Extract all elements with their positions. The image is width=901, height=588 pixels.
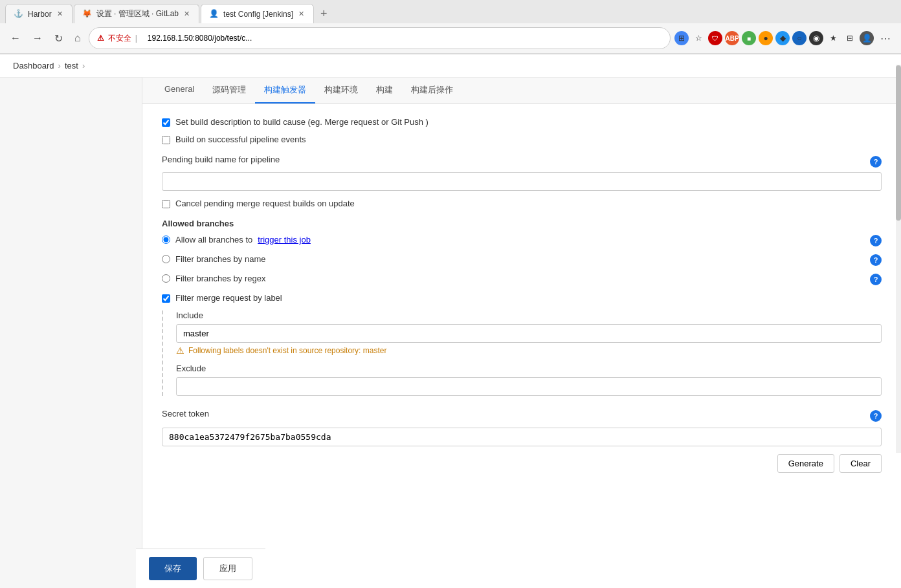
secret-token-header: Secret token ? bbox=[162, 409, 882, 422]
main-content: General 源码管理 构建触发器 构建环境 构建 构建后操作 Set bui… bbox=[0, 78, 901, 588]
favorites-icon[interactable]: ★ bbox=[826, 31, 840, 45]
pending-build-header: Pending build name for pipeline ? bbox=[162, 155, 882, 168]
action-bar: 保存 应用 bbox=[136, 549, 265, 588]
warning-message-text: Following labels doesn't exist in source… bbox=[188, 346, 386, 355]
shield-icon[interactable]: 🛡 bbox=[708, 31, 722, 45]
breadcrumb-sep1: › bbox=[58, 61, 61, 71]
warning-message-row: ⚠ Following labels doesn't exist in sour… bbox=[176, 345, 882, 356]
filter-label-checkbox-label[interactable]: Filter merge request by label bbox=[162, 293, 282, 303]
include-field: Include ⚠ Following labels doesn't exist… bbox=[176, 310, 882, 356]
tab-env[interactable]: 构建环境 bbox=[315, 78, 367, 103]
security-warning-icon: ⚠ bbox=[97, 34, 104, 43]
ext4-icon[interactable]: ○ bbox=[792, 31, 806, 45]
menu-button[interactable]: ⋯ bbox=[876, 30, 895, 47]
warning-icon: ⚠ bbox=[176, 345, 184, 356]
build-pipeline-row: Build on successful pipeline events bbox=[162, 135, 882, 144]
grid-icon[interactable]: ⊟ bbox=[843, 31, 857, 45]
forward-button[interactable]: → bbox=[28, 30, 47, 47]
radio-filter-regex[interactable] bbox=[162, 274, 170, 283]
filter-name-help-icon[interactable]: ? bbox=[870, 254, 882, 266]
secret-token-section: Secret token ? bbox=[162, 409, 882, 446]
abp-icon[interactable]: ABP bbox=[725, 31, 739, 45]
cancel-pending-label[interactable]: Cancel pending merge request builds on u… bbox=[162, 199, 355, 208]
pending-build-help-icon[interactable]: ? bbox=[870, 156, 882, 168]
include-input[interactable] bbox=[176, 324, 882, 343]
radio-filter-regex-label[interactable]: Filter branches by regex bbox=[162, 274, 863, 283]
secret-token-input[interactable] bbox=[162, 428, 882, 446]
all-branches-help-icon[interactable]: ? bbox=[870, 235, 882, 246]
radio-filter-name-row: Filter branches by name ? bbox=[162, 254, 882, 266]
radio-all-branches-text-prefix: Allow all branches to bbox=[175, 235, 252, 245]
filter-label-row: Filter merge request by label bbox=[162, 293, 882, 303]
jenkins-icon: 👤 bbox=[209, 9, 219, 19]
build-description-text: Set build description to build cause (eg… bbox=[175, 117, 428, 127]
build-pipeline-label[interactable]: Build on successful pipeline events bbox=[162, 135, 306, 144]
tab-harbor[interactable]: ⚓ Harbor ✕ bbox=[5, 4, 72, 23]
pending-build-label: Pending build name for pipeline bbox=[162, 155, 870, 164]
tab-jenkins-label: test Config [Jenkins] bbox=[223, 10, 293, 19]
trigger-this-job-link[interactable]: trigger this job bbox=[258, 235, 311, 245]
tab-general[interactable]: General bbox=[155, 78, 203, 103]
filter-label-text: Filter merge request by label bbox=[175, 293, 282, 303]
back-button[interactable]: ← bbox=[6, 30, 25, 47]
ext1-icon[interactable]: ■ bbox=[742, 31, 756, 45]
address-input[interactable] bbox=[141, 30, 662, 46]
tab-gitlab-label: 设置 · 管理区域 · GitLab bbox=[96, 8, 179, 19]
secret-token-help-icon[interactable]: ? bbox=[870, 410, 882, 422]
include-label: Include bbox=[176, 310, 882, 320]
ext3-icon[interactable]: ◆ bbox=[775, 31, 790, 45]
generate-button[interactable]: Generate bbox=[777, 454, 834, 473]
allowed-branches-label: Allowed branches bbox=[162, 219, 882, 228]
build-description-label[interactable]: Set build description to build cause (eg… bbox=[162, 117, 428, 127]
tab-triggers[interactable]: 构建触发器 bbox=[255, 78, 315, 103]
ext2-icon[interactable]: ● bbox=[759, 31, 773, 45]
radio-filter-name-label[interactable]: Filter branches by name bbox=[162, 254, 863, 264]
tab-bar: ⚓ Harbor ✕ 🦊 设置 · 管理区域 · GitLab ✕ 👤 test… bbox=[0, 0, 901, 23]
clear-button[interactable]: Clear bbox=[840, 454, 882, 473]
scrollbar[interactable] bbox=[896, 65, 901, 453]
breadcrumb: Dashboard › test › bbox=[0, 54, 901, 78]
radio-all-branches-label[interactable]: Allow all branches to trigger this job bbox=[162, 235, 863, 245]
ext5-icon[interactable]: ◉ bbox=[809, 31, 823, 45]
exclude-input[interactable] bbox=[176, 377, 882, 396]
radio-all-branches[interactable] bbox=[162, 235, 170, 244]
radio-filter-name[interactable] bbox=[162, 255, 170, 263]
scroll-thumb bbox=[896, 65, 901, 221]
build-pipeline-checkbox[interactable] bbox=[162, 136, 170, 144]
radio-filter-name-text: Filter branches by name bbox=[175, 254, 265, 264]
save-button[interactable]: 保存 bbox=[149, 557, 197, 580]
config-tabs: General 源码管理 构建触发器 构建环境 构建 构建后操作 bbox=[142, 78, 901, 104]
tab-jenkins-close[interactable]: ✕ bbox=[297, 8, 306, 19]
bottom-spacer bbox=[162, 473, 882, 525]
breadcrumb-test[interactable]: test bbox=[65, 61, 78, 71]
cancel-pending-text: Cancel pending merge request builds on u… bbox=[175, 199, 355, 208]
build-description-checkbox[interactable] bbox=[162, 118, 170, 127]
translate-icon[interactable]: ⊞ bbox=[674, 31, 689, 45]
filter-regex-help-icon[interactable]: ? bbox=[870, 274, 882, 285]
profile-icon[interactable]: 👤 bbox=[860, 31, 874, 45]
tab-gitlab[interactable]: 🦊 设置 · 管理区域 · GitLab ✕ bbox=[74, 4, 199, 23]
tab-post[interactable]: 构建后操作 bbox=[402, 78, 462, 103]
apply-button[interactable]: 应用 bbox=[203, 557, 252, 580]
cancel-pending-checkbox[interactable] bbox=[162, 200, 170, 208]
browser-chrome: ⚓ Harbor ✕ 🦊 设置 · 管理区域 · GitLab ✕ 👤 test… bbox=[0, 0, 901, 54]
tab-gitlab-close[interactable]: ✕ bbox=[183, 8, 191, 19]
filter-label-checkbox[interactable] bbox=[162, 294, 170, 303]
harbor-icon: ⚓ bbox=[14, 9, 24, 19]
tab-jenkins[interactable]: 👤 test Config [Jenkins] ✕ bbox=[201, 4, 314, 23]
breadcrumb-dashboard[interactable]: Dashboard bbox=[13, 61, 54, 71]
refresh-button[interactable]: ↻ bbox=[50, 30, 67, 47]
tab-source[interactable]: 源码管理 bbox=[203, 78, 255, 103]
pending-build-input[interactable] bbox=[162, 172, 882, 191]
star-icon[interactable]: ☆ bbox=[691, 31, 706, 45]
home-button[interactable]: ⌂ bbox=[71, 30, 85, 47]
new-tab-button[interactable]: + bbox=[315, 5, 333, 23]
tab-harbor-close[interactable]: ✕ bbox=[56, 8, 64, 19]
exclude-field: Exclude bbox=[176, 364, 882, 396]
browser-icons: ⊞ ☆ 🛡 ABP ■ ● ◆ ○ ◉ ★ ⊟ 👤 ⋯ bbox=[674, 30, 895, 47]
gitlab-icon: 🦊 bbox=[82, 9, 93, 19]
build-pipeline-text: Build on successful pipeline events bbox=[175, 135, 306, 144]
tab-harbor-label: Harbor bbox=[28, 10, 52, 19]
config-area: General 源码管理 构建触发器 构建环境 构建 构建后操作 Set bui… bbox=[142, 78, 901, 588]
tab-build[interactable]: 构建 bbox=[367, 78, 402, 103]
